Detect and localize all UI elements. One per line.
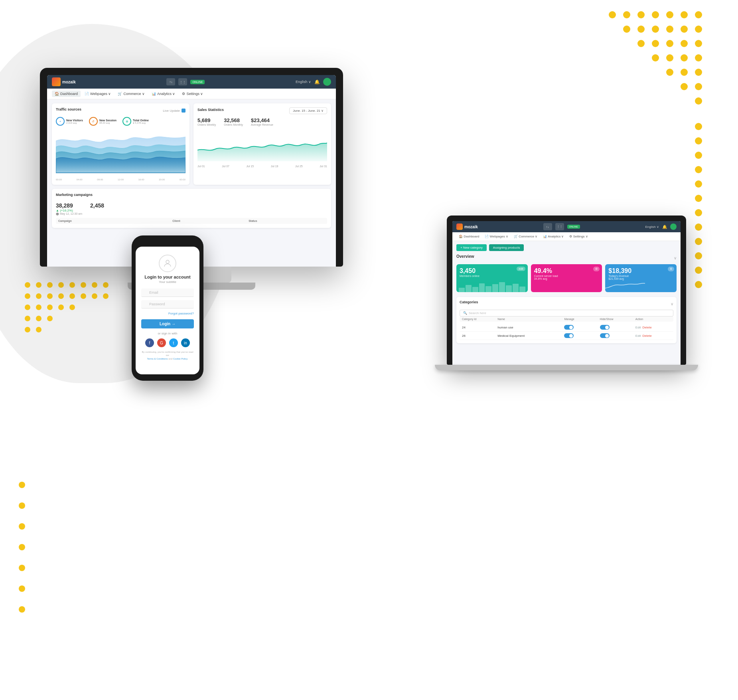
categories-expand-icon[interactable]: ∨ xyxy=(671,302,673,306)
orders-monthly: 32,568 Orders Monthly xyxy=(224,117,243,126)
categories-search[interactable]: 🔍 Search here xyxy=(460,310,673,316)
twitter-login-icon[interactable]: t xyxy=(169,338,178,347)
laptop-nav-icon1[interactable]: ↑↓ xyxy=(543,223,552,230)
menu-webpages[interactable]: 📄 Webpages ∨ xyxy=(82,91,114,97)
lap-menu-settings[interactable]: ⚙ Settings ∨ xyxy=(567,234,590,239)
menu-analytics[interactable]: 📊 Analytics ∨ xyxy=(149,91,178,97)
monitor-logo: mozaik xyxy=(52,77,76,86)
dot xyxy=(681,83,688,90)
overview-title: Overview xyxy=(456,254,474,259)
server-load-value: 49.4% xyxy=(534,267,599,275)
menu-commerce[interactable]: 🛒 Commerce ∨ xyxy=(115,91,148,97)
settings-icon: ⚙ xyxy=(182,92,185,96)
linkedin-login-icon[interactable]: in xyxy=(181,338,190,347)
notifications-icon[interactable]: 🔔 xyxy=(314,79,320,85)
dot xyxy=(695,69,702,76)
menu-settings[interactable]: ⚙ Settings ∨ xyxy=(179,91,206,97)
password-field[interactable]: Password xyxy=(141,300,194,308)
lap-menu-webpages[interactable]: 📄 Webpages ∨ xyxy=(482,234,511,239)
dot xyxy=(695,54,702,61)
categories-table-header: Category Id Name Manage Hide/Show Action xyxy=(460,316,673,322)
menu-webpages-label: Webpages ∨ xyxy=(90,92,111,96)
live-update-label: Live Update xyxy=(163,109,180,113)
nav-share-icon[interactable]: ↑↓ xyxy=(166,78,175,85)
date-range-button[interactable]: June. 15 - June. 21 ∨ xyxy=(289,107,327,114)
laptop-language-selector[interactable]: English ∨ xyxy=(645,225,659,229)
laptop-nav-icon2[interactable]: ⋮⋮ xyxy=(555,223,564,230)
server-load-badge[interactable]: ⚙ xyxy=(593,267,600,271)
members-online-badge: edit xyxy=(517,267,525,271)
cookie-policy-link[interactable]: Cookie Policy xyxy=(173,358,187,360)
terms-text: By continuing, you're confirming that yo… xyxy=(141,350,194,360)
row2-delete-link[interactable]: Delete xyxy=(643,334,652,338)
user-avatar[interactable] xyxy=(323,78,331,86)
lap-menu-dashboard[interactable]: 🏠 Dashboard xyxy=(456,234,481,239)
dot xyxy=(695,166,702,173)
dot xyxy=(637,26,645,33)
total-online-icon: ⊕ xyxy=(122,117,131,126)
traffic-sources-widget: Traffic sources Live Update + New Visito… xyxy=(52,103,189,185)
menu-dashboard[interactable]: 🏠 Dashboard xyxy=(52,91,81,97)
phone: Login to your account Your subtitle ✉ Em… xyxy=(132,235,203,381)
terms-link[interactable]: Terms & Conditions xyxy=(147,358,168,360)
revenue-value: $18,390 xyxy=(608,267,673,275)
row1-manage-toggle[interactable] xyxy=(564,325,574,330)
row1-edit-link[interactable]: Edit xyxy=(635,326,641,329)
dot xyxy=(69,293,75,299)
average-revenue-value: $23,464 xyxy=(251,117,273,123)
google-login-icon[interactable]: G xyxy=(157,338,166,347)
bar3 xyxy=(472,287,478,292)
dot xyxy=(92,293,97,299)
revenue-badge[interactable]: ⚙ xyxy=(668,267,674,271)
login-button[interactable]: Login → xyxy=(141,319,194,328)
dot xyxy=(36,327,41,332)
col-category-id: Category Id xyxy=(462,318,497,320)
laptop-notifications-icon[interactable]: 🔔 xyxy=(662,225,667,229)
sales-chart-dates: Jul 01 Jul 07 Jul 15 Jul 19 Jul 25 Jul 3… xyxy=(197,165,327,168)
facebook-login-icon[interactable]: f xyxy=(145,338,154,347)
laptop-action-buttons: + New category Assigning products xyxy=(456,244,677,251)
menu-dashboard-label: Dashboard xyxy=(60,92,78,96)
email-field[interactable]: Email xyxy=(141,289,194,297)
marketing-campaigns-widget: Marketing campaigns 38,289 ▲ (+16.2%) ⬤ … xyxy=(52,189,331,228)
monitor-logo-text: mozaik xyxy=(62,80,76,84)
menu-commerce-label: Commerce ∨ xyxy=(123,92,145,96)
social-login-icons: f G t in xyxy=(141,338,194,347)
assigning-products-button[interactable]: Assigning products xyxy=(489,244,524,251)
nav-users-icon[interactable]: ⋮⋮ xyxy=(178,78,187,85)
row2-hideshow-toggle[interactable] xyxy=(600,333,610,338)
row1-name: human use xyxy=(497,326,564,329)
dot xyxy=(25,305,30,310)
new-visitors-value: 2,319 avg xyxy=(66,122,83,124)
marketing-title: Marketing campaigns xyxy=(56,193,93,197)
laptop-avatar[interactable] xyxy=(670,223,677,230)
new-category-button[interactable]: + New category xyxy=(456,244,487,251)
dot xyxy=(666,26,673,33)
bar9 xyxy=(513,284,519,292)
row2-manage-toggle[interactable] xyxy=(564,333,574,338)
svg-point-0 xyxy=(166,260,169,263)
sales-line-chart xyxy=(197,130,327,162)
row2-edit-link[interactable]: Edit xyxy=(635,334,641,338)
chart-icon: 📊 xyxy=(152,92,156,96)
live-update-checkbox[interactable] xyxy=(182,109,185,113)
dot xyxy=(69,305,75,310)
language-selector[interactable]: English ∨ xyxy=(296,80,311,84)
orders-weekly-value: 5,689 xyxy=(197,117,216,123)
live-update-control: Live Update xyxy=(163,109,185,113)
dot xyxy=(36,293,41,299)
dot xyxy=(652,54,659,61)
overview-expand-icon[interactable]: ∨ xyxy=(674,256,677,260)
lap-menu-analytics[interactable]: 📊 Analytics ∨ xyxy=(541,234,566,239)
row2-actions: Edit Delete xyxy=(635,334,671,338)
bar8 xyxy=(506,285,512,292)
menu-settings-label: Settings ∨ xyxy=(186,92,203,96)
row1-delete-link[interactable]: Delete xyxy=(643,326,652,329)
laptop-nav-icons: ↑↓ ⋮⋮ ONLINE xyxy=(543,223,580,230)
col-hide-show: Hide/Show xyxy=(600,318,635,320)
marketing-table-header: Campaign Client Status xyxy=(56,218,327,224)
row1-hideshow-toggle[interactable] xyxy=(600,325,610,330)
forgot-password-link[interactable]: Forgot password? xyxy=(141,312,194,315)
lap-menu-commerce[interactable]: 🛒 Commerce ∨ xyxy=(511,234,540,239)
dot xyxy=(695,83,702,90)
